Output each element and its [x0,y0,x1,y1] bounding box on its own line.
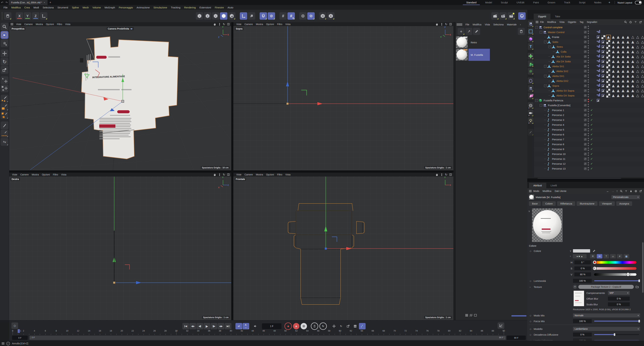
cube-primitive-button[interactable] [528,36,534,42]
generator-check-icon[interactable]: ✓ [590,113,594,117]
object-name[interactable]: Master Control [548,31,564,34]
eyedropper-icon[interactable] [592,249,596,253]
modo-mix-dropdown[interactable]: Normale [573,313,640,317]
track-target-icon[interactable] [634,190,637,193]
expander-icon[interactable] [535,26,538,29]
current-frame-field[interactable]: 1 F [262,323,282,329]
scale-tool[interactable] [1,66,8,74]
pan-hand-icon[interactable] [435,23,438,26]
hsv-value[interactable]: 0 % [574,266,591,270]
generator-check-icon[interactable]: ✓ [590,118,594,122]
object-tag[interactable] [612,50,615,54]
workspace-tab[interactable]: Model [481,0,496,5]
object-tag[interactable] [626,50,630,54]
object-tag[interactable] [636,74,640,78]
object-name[interactable]: Aletta DX2 [556,80,568,82]
viewport-menu-item[interactable]: Filtro [276,23,284,26]
expander-icon[interactable] [548,90,551,92]
object-row[interactable]: Percorso 9 ✓ [534,147,644,152]
next-frame-button[interactable]: ▶ [210,323,217,329]
object-menu-item[interactable]: File [538,21,546,23]
visibility-dots[interactable] [588,70,589,73]
fcurve-mode-button[interactable] [498,322,504,329]
viewport-menu-item[interactable]: Camere [19,173,30,176]
enable-toggle[interactable] [584,143,587,146]
falloff-rings-button[interactable] [299,12,307,20]
expander-icon[interactable] [548,60,551,63]
line-cut-tool[interactable] [1,130,8,137]
viewport-menu-item[interactable]: Vista [284,173,292,176]
object-tag[interactable] [596,79,600,83]
visibility-dots[interactable] [588,157,589,161]
enable-toggle[interactable] [584,119,587,121]
viewport-menu-item[interactable]: Viste [10,173,19,176]
object-tag[interactable] [606,79,610,83]
maximize-view-icon[interactable] [227,23,230,26]
workspace-tab[interactable]: Track [560,0,575,5]
luminosita-slider[interactable] [594,280,639,281]
visibility-dots[interactable] [588,118,589,122]
object-tag[interactable] [631,84,634,88]
object-row[interactable]: Aletta DX2 ✓ [534,79,644,83]
object-tag[interactable] [626,40,630,44]
viewport-menu-item[interactable]: Camere [243,173,254,176]
object-name[interactable]: Aletta DX Sopra [556,94,574,97]
attribute-menu-item[interactable]: Dati Utente [553,190,568,192]
key-parameter-button[interactable] [352,323,358,329]
viewport-top[interactable]: VisteCamereMostraOpzioniFiltroVista ↻ So… [234,22,454,170]
record-rotation-button[interactable]: ↻ [320,322,327,330]
transform-tool[interactable] [1,76,8,84]
color-swatch[interactable] [573,249,590,253]
loop-playback-button[interactable]: ⇄ [236,323,242,329]
object-tag[interactable] [596,31,600,34]
visibility-dots[interactable] [588,31,589,34]
expander-icon[interactable] [544,148,546,150]
object-tag[interactable] [631,94,634,98]
object-tag[interactable] [616,45,620,49]
object-name[interactable]: Control complete [544,26,562,29]
generator-check-icon[interactable]: ✓ [590,143,594,146]
object-tag[interactable] [621,94,625,98]
visibility-dots[interactable] [588,152,589,156]
object-tag[interactable] [606,89,610,93]
generator-check-icon[interactable]: ✓ [590,108,594,112]
collapse-preview-icon[interactable]: ∨ [528,210,530,213]
generator-check-icon[interactable]: ✓ [590,157,594,161]
object-tag[interactable] [631,69,634,73]
object-tag[interactable] [631,35,634,39]
object-tag[interactable] [636,60,640,63]
visibility-dots[interactable] [588,94,589,97]
visibility-dots[interactable] [588,40,589,44]
menu-item[interactable]: Animazione [135,6,152,9]
visibility-dots[interactable] [588,36,589,39]
live-selection-tool[interactable]: ▶ [1,31,8,39]
object-tag[interactable] [631,89,634,93]
object-name[interactable]: Percorso 1 [552,109,564,112]
expander-icon[interactable] [535,99,538,102]
object-row[interactable]: Aletta SX Sopra ✓ [534,88,644,93]
object-tag[interactable] [641,50,644,54]
texture-file-button[interactable]: Package Texture 2 - Copia.tif [578,285,634,289]
object-tag[interactable] [596,45,600,49]
visibility-dots[interactable] [588,50,589,54]
quantize-grid-button[interactable]: # [280,12,287,20]
object-tag[interactable] [596,99,600,102]
up-icon[interactable]: ↑ [616,189,618,193]
object-tag[interactable] [621,40,625,44]
zoom-updown-icon[interactable] [218,23,221,26]
object-tag[interactable] [601,60,605,63]
attribute-tab[interactable]: Livelli [546,183,562,188]
object-tag[interactable] [616,74,620,78]
enable-toggle[interactable] [584,167,587,170]
expander-icon[interactable] [544,75,546,77]
object-tag[interactable] [641,69,644,73]
viewport-perspective[interactable]: VisteCamereMostraOpzioniFiltroVista ↻ Pr… [9,22,231,170]
object-name[interactable]: Percorso 10 [552,153,566,155]
object-tag[interactable] [626,84,630,88]
goto-start-button[interactable]: ◀ [182,323,189,329]
material-menu-item[interactable]: File [464,23,471,26]
sketch-tool[interactable]: ∿ [1,138,8,146]
object-name[interactable]: Colla [561,50,566,53]
object-tag[interactable] [641,40,644,44]
lock-z-axis-button[interactable]: Z [32,12,39,20]
